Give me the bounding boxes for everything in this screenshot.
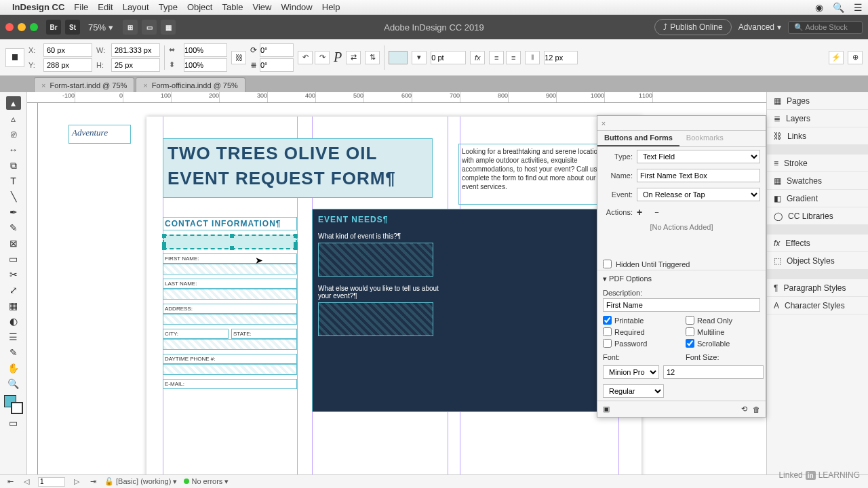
ruler-horizontal[interactable]: -100010020030040050060070080090010001100 [27,92,868,103]
first-name-label[interactable]: FIRST NAME: [163,253,297,264]
close-icon[interactable]: × [597,119,610,127]
direct-select-tool[interactable]: ▵ [6,112,21,125]
font-select[interactable]: Minion Pro [603,365,659,379]
input-placeholder[interactable] [163,339,297,350]
type-select[interactable]: Text Field [637,150,760,163]
hand-tool[interactable]: ✋ [6,361,21,375]
convert-icon[interactable]: ⟲ [741,405,747,413]
stock-search[interactable]: 🔍 Adobe Stock [788,21,863,34]
pen-tool[interactable]: ✒ [6,205,21,219]
doc-tab-1[interactable]: ×Form-start.indd @ 75% [34,77,134,92]
menu-window[interactable]: Window [281,2,313,12]
align-right-icon[interactable]: ≡ [506,51,521,64]
textarea-1[interactable] [318,243,433,277]
flip-v-icon[interactable]: ⇅ [365,51,380,64]
input-placeholder[interactable] [163,364,297,375]
dock-cclib[interactable]: ◯CC Libraries [767,207,868,225]
screen-mode-icon[interactable]: ▭ [142,20,157,35]
pdf-options-section[interactable]: ▾ PDF Options [597,270,766,287]
last-name-label[interactable]: LAST NAME: [163,279,297,289]
x-input[interactable] [43,43,92,57]
intro-frame[interactable]: Looking for a breathtaking and serene lo… [458,144,614,205]
scale-y[interactable] [184,58,227,72]
tab-bookmarks[interactable]: Bookmarks [679,131,730,146]
address-label[interactable]: ADDRESS: [163,304,297,314]
page-input[interactable] [38,477,65,487]
dock-gradient[interactable]: ◧Gradient [767,190,868,207]
gradient-feather-tool[interactable]: ◐ [6,314,21,328]
menu-layout[interactable]: Layout [123,2,149,12]
state-label[interactable]: STATE: [231,329,297,339]
dock-pages[interactable]: ▦Pages [767,92,868,110]
type-tool[interactable]: T [6,174,21,188]
search-icon[interactable]: 🔍 [833,2,844,13]
fill-swatch[interactable] [389,51,408,64]
first-name-field-selected[interactable] [163,235,297,249]
dock-swatches[interactable]: ▦Swatches [767,172,868,190]
dock-links[interactable]: ⛓Links [767,127,868,145]
printable-checkbox[interactable] [603,316,612,325]
tab-buttons-forms[interactable]: Buttons and Forms [597,131,679,146]
multiline-checkbox[interactable] [686,327,694,336]
dock-effects[interactable]: fxEffects [767,235,868,252]
first-page-icon[interactable]: ⇤ [5,477,15,486]
font-weight-select[interactable]: Regular [603,384,664,398]
dock-stroke[interactable]: ≡Stroke [767,155,868,172]
column-icon[interactable]: ⫴ [525,51,540,64]
rectangle-tool[interactable]: ▭ [6,252,21,266]
input-placeholder[interactable] [163,314,297,325]
buttons-forms-panel[interactable]: × Buttons and Forms Bookmarks Type:Text … [597,115,766,418]
menu-object[interactable]: Object [187,2,213,12]
reference-point[interactable] [5,48,24,67]
email-label[interactable]: E-MAIL: [163,379,297,389]
fx-icon[interactable]: fx [470,51,485,64]
workspace-status[interactable]: 🔓 [Basic] (working) ▾ [104,477,177,486]
rotate-ccw-icon[interactable]: ↶ [298,51,313,64]
zoom-tool[interactable]: 🔍 [6,377,21,390]
contact-header[interactable]: CONTACT INFORMATION¶ [163,217,297,230]
menu-view[interactable]: View [253,2,272,12]
menu-table[interactable]: Table [222,2,243,12]
prev-page-icon[interactable]: ◁ [22,477,31,486]
view-icon[interactable]: ⊞ [123,20,138,35]
h-input[interactable] [111,58,160,72]
quick-apply-icon[interactable]: ⚡ [829,51,844,64]
shear-input[interactable] [260,58,294,72]
app-name[interactable]: InDesign CC [12,2,64,12]
name-input[interactable] [637,169,760,182]
city-label[interactable]: CITY: [163,329,229,339]
publish-online-button[interactable]: ⤴Publish Online [654,19,731,35]
ruler-vertical[interactable] [27,103,38,474]
stock-icon[interactable]: St [65,20,80,35]
cc-icon[interactable]: ◉ [815,2,823,13]
page-tool[interactable]: ⎚ [6,127,21,141]
pencil-tool[interactable]: ✎ [6,221,21,235]
gap-tool[interactable]: ↔ [6,143,21,157]
dock-parastyles[interactable]: ¶Paragraph Styles [767,279,868,297]
fill-menu[interactable]: ▾ [412,51,427,64]
rotate-input[interactable] [260,43,294,57]
gradient-swatch-tool[interactable]: ▦ [6,299,21,312]
menu-icon[interactable]: ☰ [854,2,863,13]
password-checkbox[interactable] [603,339,612,348]
menu-type[interactable]: Type [159,2,178,12]
menu-edit[interactable]: Edit [98,2,113,12]
readonly-checkbox[interactable] [686,316,694,325]
menu-file[interactable]: File [74,2,88,12]
doc-tab-2[interactable]: ×Form-officina.indd @ 75% [136,77,245,92]
content-collector-tool[interactable]: ⧉ [6,159,21,172]
line-tool[interactable]: ╲ [6,190,21,203]
page-1[interactable]: TWO TREES OLIVE OIL EVENT REQUEST FORM¶ … [146,117,642,474]
flip-h-icon[interactable]: ⇄ [346,51,361,64]
event-select[interactable]: On Release or Tap [637,188,760,201]
stroke-weight[interactable] [431,51,466,64]
dock-charstyles[interactable]: ACharacter Styles [767,297,868,314]
selection-tool[interactable]: ▴ [6,96,21,110]
y-input[interactable] [43,58,92,72]
view-mode-toggle[interactable]: ▭ [6,416,21,430]
close-icon[interactable]: × [41,81,45,89]
font-size-input[interactable] [663,365,764,379]
hidden-checkbox[interactable] [603,260,612,268]
free-transform-tool[interactable]: ⤢ [6,283,21,297]
add-action-icon[interactable]: + [637,207,642,218]
